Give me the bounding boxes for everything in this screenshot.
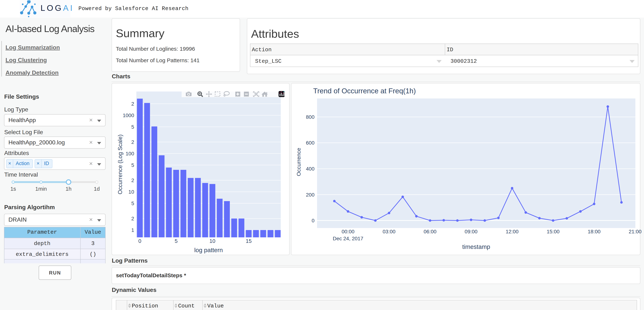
svg-text:0: 0: [138, 238, 141, 244]
svg-text:Trend of Occurrence at Freq(1h: Trend of Occurrence at Freq(1h): [313, 87, 416, 95]
svg-text:03:00: 03:00: [383, 229, 396, 234]
svg-text:06:00: 06:00: [424, 229, 436, 234]
svg-text:200: 200: [306, 192, 314, 198]
svg-text:5: 5: [131, 162, 134, 168]
svg-text:2: 2: [131, 216, 134, 221]
svg-text:18:00: 18:00: [588, 229, 600, 234]
svg-text:1: 1: [131, 227, 134, 233]
svg-text:2: 2: [131, 177, 134, 183]
svg-text:2: 2: [131, 101, 134, 107]
svg-text:800: 800: [306, 114, 314, 120]
svg-text:12:00: 12:00: [506, 229, 518, 234]
svg-text:15: 15: [246, 238, 252, 244]
svg-text:00:00: 00:00: [342, 229, 354, 234]
svg-text:21:00: 21:00: [629, 229, 642, 234]
svg-text:10: 10: [210, 238, 215, 244]
svg-text:log pattern: log pattern: [194, 247, 223, 253]
svg-text:600: 600: [306, 140, 314, 146]
svg-text:Occurrence (Log Scale): Occurrence (Log Scale): [117, 135, 123, 194]
svg-text:15:00: 15:00: [547, 229, 560, 234]
svg-text:5: 5: [131, 124, 134, 130]
svg-text:0: 0: [312, 218, 314, 223]
svg-text:09:00: 09:00: [464, 229, 478, 234]
svg-text:Dec 24, 2017: Dec 24, 2017: [333, 236, 364, 241]
svg-text:2: 2: [131, 139, 134, 145]
svg-text:5: 5: [175, 238, 178, 244]
svg-text:Occurrence: Occurrence: [296, 148, 302, 176]
svg-text:timestamp: timestamp: [462, 243, 490, 250]
svg-text:5: 5: [131, 201, 134, 206]
svg-text:400: 400: [306, 166, 314, 172]
svg-text:1000: 1000: [123, 113, 134, 118]
svg-text:10: 10: [128, 189, 134, 195]
svg-text:100: 100: [126, 151, 134, 156]
